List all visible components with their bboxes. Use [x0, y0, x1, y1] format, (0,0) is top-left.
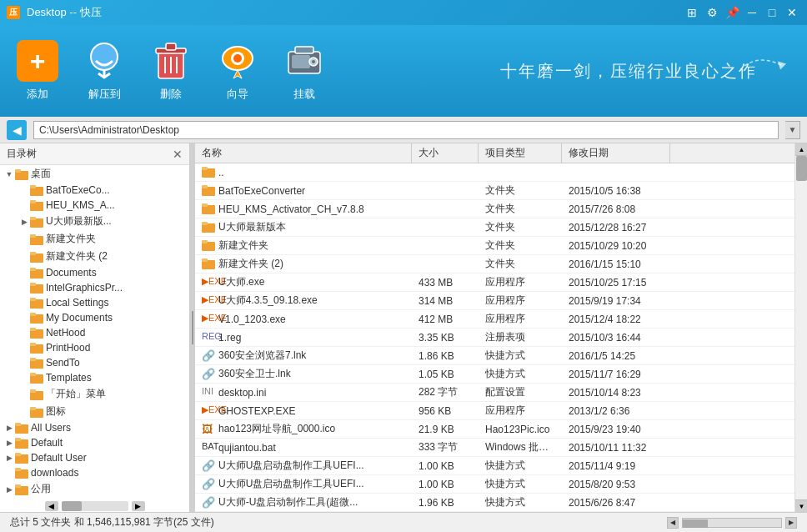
col-header-name[interactable]: 名称: [195, 143, 412, 163]
scroll-down-button[interactable]: ▼: [795, 499, 807, 512]
tree-item-startmenu[interactable]: ▶ 「开始」菜单: [0, 385, 189, 403]
sidebar-hscrollbar[interactable]: [62, 501, 128, 511]
toggle-umaster[interactable]: ▶: [18, 216, 30, 228]
divider-line: [192, 311, 193, 344]
mount-button[interactable]: 挂载: [283, 40, 325, 102]
sidebar-scroll-left[interactable]: ◀: [45, 501, 58, 511]
svg-rect-57: [15, 484, 21, 488]
col-header-type[interactable]: 项目类型: [479, 143, 562, 163]
table-row[interactable]: 🔗 U大师-U盘启动制作工具(超微... 1.96 KB 快捷方式 2015/6…: [195, 494, 794, 512]
tree-item-newfolder[interactable]: ▶ 新建文件夹: [0, 230, 189, 248]
address-input[interactable]: [33, 121, 779, 139]
minimize-button[interactable]: ─: [744, 4, 760, 21]
scroll-thumb[interactable]: [796, 156, 807, 181]
tree-item-battoexe[interactable]: ▶ BatToExeCo...: [0, 183, 189, 198]
extract-button[interactable]: 解压到: [83, 40, 125, 102]
mount-label: 挂载: [293, 87, 315, 102]
sidebar-close-button[interactable]: ✕: [173, 148, 183, 161]
app-icon: 压: [7, 6, 20, 19]
tree-item-icons[interactable]: ▶ 图标: [0, 403, 189, 420]
table-row[interactable]: 🔗 360安全卫士.lnk 1.05 KB 快捷方式 2015/11/7 16:…: [195, 365, 794, 384]
table-row[interactable]: HEU_KMS_Activator_CH_v7.8.8 文件夹 2015/7/2…: [195, 200, 794, 218]
status-hscrollbar-area: ◀ ▶: [667, 517, 797, 529]
table-row[interactable]: 🔗 U大师U盘启动盘制作工具UEFI... 1.00 KB 快捷方式 2015/…: [195, 457, 794, 475]
scroll-up-button[interactable]: ▲: [795, 143, 807, 156]
col-header-date[interactable]: 修改日期: [562, 143, 670, 163]
table-row[interactable]: U大师最新版本 文件夹 2015/12/28 16:27: [195, 218, 794, 237]
tree-item-public[interactable]: ▶ 公用: [0, 480, 189, 498]
add-button[interactable]: + 添加: [17, 40, 58, 102]
table-row[interactable]: BAT qujiantou.bat 333 字节 Windows 批处理文件 2…: [195, 439, 794, 457]
folder-icon-local-settings: [30, 297, 43, 309]
delete-button[interactable]: 删除: [150, 40, 192, 102]
tree-item-nethood[interactable]: ▶ NetHood: [0, 325, 189, 340]
tree-item-sendto[interactable]: ▶ SendTo: [0, 355, 189, 370]
sidebar-scroll-right[interactable]: ▶: [132, 501, 145, 511]
table-row[interactable]: INI desktop.ini 282 字节 配置设置 2015/10/14 8…: [195, 384, 794, 402]
folder-icon-allusers: [15, 422, 28, 434]
svg-rect-39: [30, 343, 36, 346]
tree-item-printhood[interactable]: ▶ PrintHood: [0, 340, 189, 355]
address-bar: ◀ ▼: [0, 117, 807, 143]
tree-item-mydoc[interactable]: ▶ My Documents: [0, 310, 189, 325]
folder-icon-public: [15, 484, 28, 495]
tree-label-printhood: PrintHood: [46, 342, 90, 354]
tree-item-defaultuser[interactable]: ▶ Default User: [0, 450, 189, 465]
tree-label-icons: 图标: [46, 404, 66, 419]
table-row[interactable]: ▶EXE U大师4.3.5_09.18.exe 314 MB 应用程序 2015…: [195, 292, 794, 310]
table-row[interactable]: ▶EXE U大师.exe 433 MB 应用程序 2015/10/25 17:1…: [195, 274, 794, 292]
toggle-defaultuser[interactable]: ▶: [3, 452, 15, 464]
tree-item-newfolder2[interactable]: ▶ 新建文件夹 (2: [0, 248, 189, 265]
folder-icon-startmenu: [30, 389, 43, 400]
maximize-button[interactable]: □: [764, 4, 780, 21]
reg-icon: REG: [202, 331, 215, 344]
settings-icon[interactable]: ⚙: [704, 4, 720, 21]
toggle-default[interactable]: ▶: [3, 437, 15, 449]
table-row[interactable]: BatToExeConverter 文件夹 2015/10/5 16:38: [195, 182, 794, 200]
tree-item-documents[interactable]: ▶ Documents: [0, 265, 189, 280]
svg-point-13: [312, 60, 315, 63]
tree-item-default[interactable]: ▶ Default: [0, 435, 189, 450]
wizard-icon: [217, 40, 258, 82]
hscroll-track[interactable]: [682, 518, 782, 528]
back-button[interactable]: ◀: [7, 120, 27, 140]
table-row[interactable]: 🔗 360安全浏览器7.lnk 1.86 KB 快捷方式 2016/1/5 14…: [195, 347, 794, 365]
folder-icon-heu: [30, 199, 43, 211]
tree-item-allusers[interactable]: ▶ All Users: [0, 420, 189, 435]
delete-label: 删除: [160, 87, 182, 102]
tree-label-default: Default: [31, 437, 63, 449]
grid-icon[interactable]: ⊞: [684, 4, 700, 21]
table-row[interactable]: 🔗 U大师U盘启动盘制作工具UEFI... 1.00 KB 快捷方式 2015/…: [195, 475, 794, 494]
pin-icon[interactable]: 📌: [724, 4, 740, 21]
tree-label-mydoc: My Documents: [46, 312, 113, 324]
toggle-public[interactable]: ▶: [3, 484, 15, 495]
hscroll-left[interactable]: ◀: [667, 517, 679, 529]
wizard-button[interactable]: 向导: [217, 40, 258, 102]
folder-icon-battoexe: [30, 184, 43, 196]
table-row[interactable]: 新建文件夹 文件夹 2015/10/29 10:20: [195, 237, 794, 255]
right-scrollbar[interactable]: ▲ ▼: [794, 143, 807, 512]
tree-item-heu[interactable]: ▶ HEU_KMS_A...: [0, 198, 189, 213]
toggle-allusers[interactable]: ▶: [3, 422, 15, 434]
table-row[interactable]: ▶EXE GHOSTEXP.EXE 956 KB 应用程序 2013/1/2 6…: [195, 402, 794, 420]
svg-rect-45: [30, 389, 36, 393]
tree-item-local-settings[interactable]: ▶ Local Settings: [0, 295, 189, 310]
hscroll-right[interactable]: ▶: [785, 517, 797, 529]
toggle-desktop[interactable]: ▼: [3, 168, 15, 180]
table-row[interactable]: REG 1.reg 3.35 KB 注册表项 2015/10/3 16:44: [195, 329, 794, 347]
tree-item-templates[interactable]: ▶ Templates: [0, 370, 189, 385]
col-header-size[interactable]: 大小: [412, 143, 479, 163]
tree-item-desktop[interactable]: ▼ 桌面: [0, 165, 189, 183]
tree-label-documents: Documents: [46, 267, 97, 279]
address-dropdown[interactable]: ▼: [785, 121, 800, 139]
table-row[interactable]: 新建文件夹 (2) 文件夹 2016/1/15 15:10: [195, 255, 794, 274]
table-row[interactable]: 🖼 hao123网址导航_0000.ico 21.9 KB Hao123Pic.…: [195, 420, 794, 439]
tree-item-intel[interactable]: ▶ IntelGraphicsPr...: [0, 280, 189, 295]
close-button[interactable]: ✕: [784, 4, 800, 21]
tree-item-umaster[interactable]: ▶ U大师最新版...: [0, 213, 189, 230]
lnk-icon: 🔗: [202, 459, 215, 473]
lnk-icon: 🔗: [202, 478, 215, 491]
table-row[interactable]: ▶EXE V1.0_1203.exe 412 MB 应用程序 2015/12/4…: [195, 310, 794, 329]
tree-item-downloads[interactable]: ▶ downloads: [0, 465, 189, 480]
table-row[interactable]: ..: [195, 163, 794, 182]
